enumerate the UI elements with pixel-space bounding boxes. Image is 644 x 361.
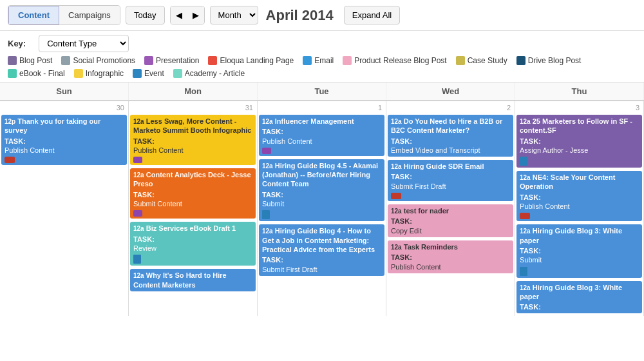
next-button[interactable]: ▶ <box>187 6 204 24</box>
legend-color <box>456 56 465 65</box>
task-text: Submit First Draft <box>262 265 381 274</box>
calendar-event[interactable]: 12a NE4: Scale Your Content OperationTAS… <box>516 171 642 221</box>
calendar-event[interactable]: 12a 25 Marketers to Follow in SF - conte… <box>516 115 642 168</box>
calendar-event[interactable]: 12a Hiring Guide Blog 3: White paperTASK… <box>516 224 642 277</box>
event-time: 12a <box>262 162 273 170</box>
key-row: Key: Content Type Blog PostSocial Promot… <box>0 31 644 83</box>
event-time: 12a <box>391 208 402 215</box>
event-time: 12a <box>391 118 402 125</box>
event-time: 12a <box>262 228 273 235</box>
document-icon <box>520 157 527 166</box>
task-text: Embed Video and Transcript <box>391 146 510 155</box>
legend-color <box>343 56 352 65</box>
today-button[interactable]: Today <box>126 6 165 24</box>
calendar-header: Sun Mon Tue Wed Thu <box>0 83 644 101</box>
legend-color <box>8 69 17 78</box>
legend-item: Product Release Blog Post <box>343 56 446 65</box>
date-number: 2 <box>388 102 513 113</box>
calendar-event[interactable]: 12a Do You Need to Hire a B2B or B2C Con… <box>388 115 513 157</box>
task-label: TASK: <box>262 127 381 136</box>
task-label: TASK: <box>520 137 639 146</box>
cal-col-mon: 3112a Less Swag, More Content - Marketo … <box>129 101 258 316</box>
task-text: Publish Content <box>520 202 639 211</box>
tab-content[interactable]: Content <box>8 6 59 24</box>
task-text: Publish Content <box>262 137 381 146</box>
calendar-event[interactable]: 12a Hiring Guide Blog 3: White paperTASK… <box>516 281 642 314</box>
event-time: 12a <box>262 118 273 125</box>
cal-col-tue: 112a Influencer ManagementTASK:Publish C… <box>258 101 386 316</box>
calendar-event[interactable]: 12p Thank you for taking our surveyTASK:… <box>1 115 127 165</box>
calendar-event[interactable]: 12a Why It's So Hard to Hire Content Mar… <box>130 269 256 291</box>
legend-color <box>144 56 153 65</box>
legend-label: Blog Post <box>19 56 52 65</box>
task-text: Submit First Draft <box>391 182 510 191</box>
event-title: Biz Services eBook Draft 1 <box>146 224 236 232</box>
legend-color <box>133 69 142 78</box>
header-mon: Mon <box>129 83 258 100</box>
calendar-event[interactable]: 12a Hiring Guide Blog 4 - How to Get a J… <box>259 224 384 275</box>
event-title: test for nader <box>404 207 449 215</box>
legend-color <box>8 56 17 65</box>
task-label: TASK: <box>391 172 510 181</box>
legend-label: Presentation <box>156 56 199 65</box>
calendar-event[interactable]: 12a test for naderTASK:Copy Edit <box>388 204 513 237</box>
event-title: Less Swag, More Content - Marketo Summit… <box>133 117 251 134</box>
date-number: 1 <box>259 102 384 113</box>
event-title: Influencer Management <box>275 117 354 125</box>
calendar-event[interactable]: 12a Influencer ManagementTASK:Publish Co… <box>259 115 384 156</box>
event-time: 12a <box>520 174 531 181</box>
legend-item: Blog Post <box>8 56 52 65</box>
legend-item: Drive Blog Post <box>516 56 582 65</box>
task-label: TASK: <box>133 137 252 146</box>
calendar-event[interactable]: 12a Less Swag, More Content - Marketo Su… <box>130 115 256 165</box>
calendar-event[interactable]: 12a Biz Services eBook Draft 1TASK:Revie… <box>130 222 256 266</box>
legend-color <box>61 56 70 65</box>
header-tue: Tue <box>258 83 386 100</box>
calendar: Sun Mon Tue Wed Thu 3012p Thank you for … <box>0 83 644 316</box>
legend-color <box>74 69 83 78</box>
event-title: Content Analytics Deck - Jesse Preso <box>133 171 251 188</box>
legend-item: Social Promotions <box>61 56 135 65</box>
task-text: Publish Content <box>133 146 252 155</box>
email-icon <box>5 157 15 163</box>
task-label: TASK: <box>262 190 381 199</box>
calendar-event[interactable]: 12a Content Analytics Deck - Jesse Preso… <box>130 168 256 219</box>
event-title: Hiring Guide Blog 4 - How to Get a Job i… <box>262 227 375 253</box>
legend-item: Email <box>303 56 334 65</box>
tab-campaigns[interactable]: Campaigns <box>59 6 120 24</box>
date-number: 31 <box>130 102 256 113</box>
presentation-icon <box>133 157 142 163</box>
cal-col-thu: 312a 25 Marketers to Follow in SF - cont… <box>515 101 644 316</box>
event-title: Hiring Guide Blog 4.5 - Akamai (Jonathan… <box>262 162 378 188</box>
header-wed: Wed <box>386 83 515 100</box>
email-icon <box>520 213 530 219</box>
key-type-select[interactable]: Content Type <box>39 35 129 52</box>
date-number: 3 <box>516 102 642 113</box>
prev-button[interactable]: ◀ <box>171 6 187 24</box>
calendar-event[interactable]: 12a Hiring Guide Blog 4.5 - Akamai (Jona… <box>259 159 384 221</box>
legend-label: Social Promotions <box>73 56 135 65</box>
legend-item: Infographic <box>74 69 124 78</box>
calendar-body: 3012p Thank you for taking our surveyTAS… <box>0 101 644 316</box>
task-label: TASK: <box>391 137 510 146</box>
task-label: TASK: <box>133 190 252 199</box>
legend-label: Infographic <box>86 69 124 78</box>
nav-group: ◀ ▶ <box>170 6 205 24</box>
calendar-event[interactable]: 12a Hiring Guide SDR EmailTASK:Submit Fi… <box>388 160 513 201</box>
toolbar: Content Campaigns Today ◀ ▶ Month Week D… <box>0 0 644 31</box>
header-sun: Sun <box>0 83 129 100</box>
event-time: 12a <box>133 118 144 125</box>
document-icon <box>262 210 270 219</box>
calendar-title: April 2014 <box>266 7 334 24</box>
presentation-icon <box>133 210 142 217</box>
header-thu: Thu <box>515 83 644 100</box>
legend-label: Eloqua Landing Page <box>220 56 294 65</box>
month-select[interactable]: Month Week Day <box>210 6 258 24</box>
legend-item: Academy - Article <box>173 69 245 78</box>
expand-all-button[interactable]: Expand All <box>344 6 400 24</box>
document-icon <box>520 267 527 276</box>
legend-item: Eloqua Landing Page <box>208 56 294 65</box>
legend-color <box>173 69 182 78</box>
calendar-event[interactable]: 12a Task RemindersTASK:Publish Content <box>388 240 513 273</box>
tab-group: Content Campaigns <box>8 5 120 25</box>
